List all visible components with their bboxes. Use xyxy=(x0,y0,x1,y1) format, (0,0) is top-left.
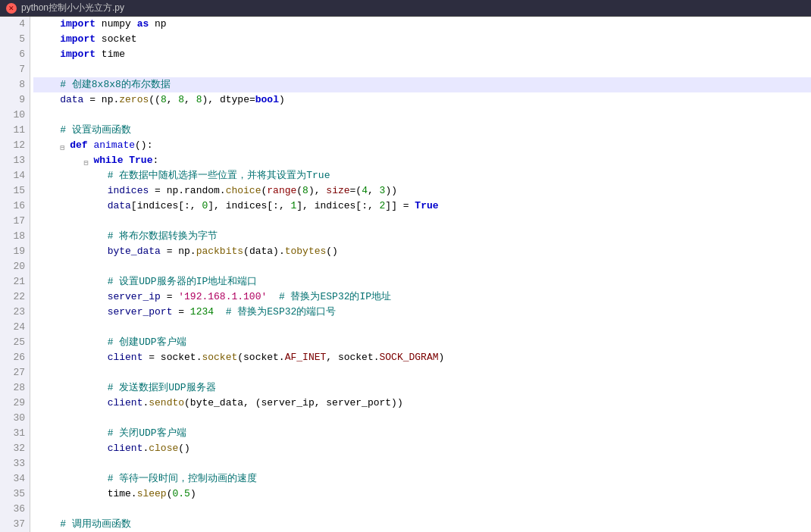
line-num-29: 29 xyxy=(0,396,30,411)
line-num-8: 8 xyxy=(0,77,30,92)
line-num-7: 7 xyxy=(0,62,30,77)
code-line-27 xyxy=(33,365,811,380)
code-line-35: time.sleep(0.5) xyxy=(33,487,811,502)
line-num-33: 33 xyxy=(0,456,30,471)
line-num-13: 13 xyxy=(0,153,30,168)
code-line-17 xyxy=(33,214,811,229)
line-num-4: 4 xyxy=(0,17,30,32)
line-num-6: 6 xyxy=(0,47,30,62)
code-line-37: # 调用动画函数 xyxy=(33,517,811,532)
line-num-15: 15 xyxy=(0,183,30,199)
line-num-19: 19 xyxy=(0,244,30,259)
code-line-11: # 设置动画函数 xyxy=(33,123,811,138)
line-num-10: 10 xyxy=(0,108,30,123)
line-num-14: 14 xyxy=(0,168,30,183)
line-num-16: 16 xyxy=(0,199,30,214)
line-num-25: 25 xyxy=(0,335,30,350)
code-line-31: # 关闭UDP客户端 xyxy=(33,426,811,441)
code-line-36 xyxy=(33,502,811,517)
code-line-20 xyxy=(33,259,811,274)
code-line-13: ⊟while True: xyxy=(33,153,811,168)
line-num-21: 21 xyxy=(0,274,30,289)
line-num-31: 31 xyxy=(0,426,30,441)
line-num-32: 32 xyxy=(0,441,30,456)
line-num-37: 37 xyxy=(0,517,30,532)
code-line-19: byte_data = np.packbits(data).tobytes() xyxy=(33,244,811,259)
code-editor: 4 5 6 7 8 9 10 11 12 13 14 15 16 17 18 1… xyxy=(0,17,811,532)
line-num-36: 36 xyxy=(0,502,30,517)
code-line-22: server_ip = '192.168.1.100' # 替换为ESP32的I… xyxy=(33,289,811,305)
code-line-16: data[indices[:, 0], indices[:, 1], indic… xyxy=(33,199,811,214)
code-line-34: # 等待一段时间，控制动画的速度 xyxy=(33,471,811,487)
line-num-5: 5 xyxy=(0,32,30,47)
code-line-18: # 将布尔数据转换为字节 xyxy=(33,229,811,244)
line-num-11: 11 xyxy=(0,123,30,138)
code-line-23: server_port = 1234 # 替换为ESP32的端口号 xyxy=(33,305,811,320)
code-line-26: client = socket.socket(socket.AF_INET, s… xyxy=(33,350,811,365)
code-line-9: data = np.zeros((8, 8, 8), dtype=bool) xyxy=(33,92,811,108)
line-num-24: 24 xyxy=(0,320,30,335)
line-num-17: 17 xyxy=(0,214,30,229)
window-title: python控制小小光立方.py xyxy=(21,2,124,14)
line-num-28: 28 xyxy=(0,380,30,396)
code-line-33 xyxy=(33,456,811,471)
fold-icon-13[interactable]: ⊟ xyxy=(83,156,92,165)
line-num-22: 22 xyxy=(0,289,30,305)
line-num-9: 9 xyxy=(0,92,30,108)
code-line-29: client.sendto(byte_data, (server_ip, ser… xyxy=(33,396,811,411)
code-line-8: # 创建8x8x8的布尔数据 xyxy=(33,77,811,92)
code-line-15: indices = np.random.choice(range(8), siz… xyxy=(33,183,811,199)
code-area[interactable]: import numpy as np import socket import … xyxy=(30,17,811,532)
code-line-6: import time xyxy=(33,47,811,62)
code-line-25: # 创建UDP客户端 xyxy=(33,335,811,350)
line-num-12: 12 xyxy=(0,138,30,153)
line-num-23: 23 xyxy=(0,305,30,320)
line-num-30: 30 xyxy=(0,411,30,426)
code-line-5: import socket xyxy=(33,32,811,47)
code-line-30 xyxy=(33,411,811,426)
code-line-4: import numpy as np xyxy=(33,17,811,32)
fold-icon-12[interactable]: ⊟ xyxy=(60,141,69,150)
line-numbers: 4 5 6 7 8 9 10 11 12 13 14 15 16 17 18 1… xyxy=(0,17,30,532)
code-line-12: ⊟def animate(): xyxy=(33,138,811,153)
close-button[interactable]: ✕ xyxy=(6,3,17,14)
code-line-28: # 发送数据到UDP服务器 xyxy=(33,380,811,396)
code-line-21: # 设置UDP服务器的IP地址和端口 xyxy=(33,274,811,289)
code-line-7 xyxy=(33,62,811,77)
line-num-35: 35 xyxy=(0,487,30,502)
line-num-27: 27 xyxy=(0,365,30,380)
line-num-20: 20 xyxy=(0,259,30,274)
code-line-14: # 在数据中随机选择一些位置，并将其设置为True xyxy=(33,168,811,183)
line-num-26: 26 xyxy=(0,350,30,365)
code-line-32: client.close() xyxy=(33,441,811,456)
title-bar: ✕ python控制小小光立方.py xyxy=(0,0,811,17)
code-line-24 xyxy=(33,320,811,335)
line-num-34: 34 xyxy=(0,471,30,487)
line-num-18: 18 xyxy=(0,229,30,244)
code-line-10 xyxy=(33,108,811,123)
